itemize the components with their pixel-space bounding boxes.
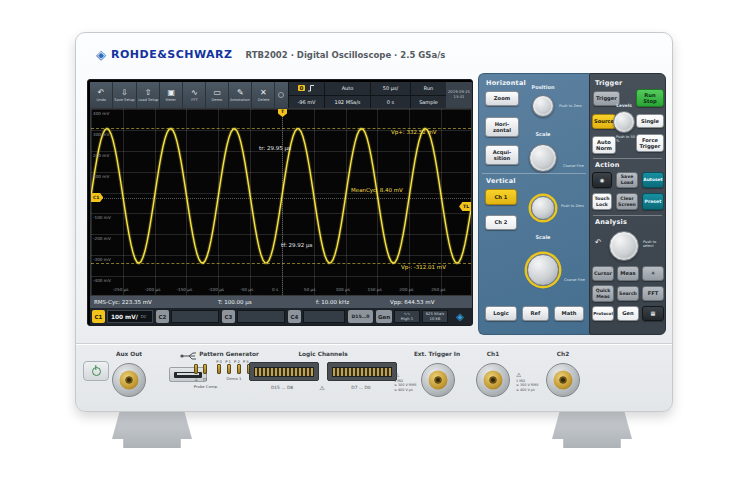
warning-triangle-icon-2: ⚠ bbox=[516, 371, 521, 378]
voltage-label: -100 mV bbox=[93, 216, 111, 220]
toolbar-items: ↶Undo⇩Save Setup⇧Load Setup▣Meter∿FFT▭De… bbox=[90, 82, 275, 108]
demo-label: Demo 1 bbox=[216, 377, 252, 382]
trigger-level-knob[interactable] bbox=[613, 111, 635, 133]
aux-out-connector bbox=[112, 363, 146, 397]
acquisition-button[interactable]: Acqui- sition bbox=[485, 145, 519, 165]
cursor-button[interactable]: Cursor bbox=[592, 266, 614, 281]
voltage-label: 200 mV bbox=[93, 154, 109, 158]
zoom-button[interactable]: Zoom bbox=[485, 91, 519, 106]
channel2-button[interactable]: Ch 2 bbox=[485, 215, 517, 230]
clear-screen-button[interactable]: Clear Screen bbox=[616, 193, 638, 210]
ext-trigger-warning: ⚠ 1 MΩ ≤ 300 V RMS ≤ 400 V pk bbox=[394, 366, 420, 397]
back-arrow-icon[interactable]: ↶ bbox=[595, 239, 602, 247]
generator-badge[interactable]: Gen bbox=[376, 310, 392, 323]
channel1-settings-cell[interactable]: 100 mV/ DC bbox=[107, 310, 153, 323]
horizontal-scale-knob[interactable] bbox=[529, 144, 557, 172]
delete-label: Delete bbox=[257, 98, 269, 102]
sample-rate-value: 192 MSa/s bbox=[325, 96, 370, 109]
generator-state: High 1 bbox=[401, 317, 413, 322]
run-stop-button[interactable]: Run Stop bbox=[636, 89, 664, 107]
warning-triangle-icon: ⚠ bbox=[394, 371, 399, 378]
channel4-settings-cell[interactable] bbox=[303, 310, 345, 323]
v-scale-hint: Coarse Fine bbox=[564, 278, 588, 282]
ch1-connector bbox=[476, 363, 510, 397]
trigger-source-badge[interactable]: 0 bbox=[298, 85, 306, 91]
math-button[interactable]: Math bbox=[554, 306, 584, 321]
vp-plus-annotation: Vp+: 332.52 mV bbox=[391, 130, 437, 136]
meter-toolbar-button[interactable]: ▣Meter bbox=[160, 82, 183, 108]
analysis-heading: Analysis bbox=[595, 218, 627, 226]
fft-button[interactable]: FFT bbox=[642, 286, 664, 301]
measurement-vpp: Vpp: 644.53 mV bbox=[390, 299, 434, 305]
vertical-position-knob[interactable] bbox=[531, 196, 555, 220]
horizontal-button[interactable]: Hori- zontal bbox=[485, 117, 519, 137]
single-button[interactable]: Single bbox=[636, 114, 664, 128]
rising-edge-icon bbox=[307, 84, 315, 92]
channel2-badge[interactable]: C2 bbox=[156, 310, 169, 323]
digital-pod-badge[interactable]: D15…0 bbox=[348, 310, 373, 323]
rs-screen-logo-icon: ◈ bbox=[450, 310, 470, 323]
force-trigger-button[interactable]: Force Trigger bbox=[636, 134, 664, 152]
load-setup-toolbar-button[interactable]: ⇧Load Setup bbox=[137, 82, 161, 108]
touch-lock-button[interactable]: Touch Lock bbox=[592, 193, 612, 210]
channel1-badge[interactable]: C1 bbox=[92, 310, 105, 323]
mean-cyc-annotation: MeanCyc: 8.40 mV bbox=[351, 188, 403, 194]
navigation-knob[interactable] bbox=[609, 231, 639, 261]
h-position-hint: Push to Zero bbox=[559, 104, 585, 108]
save-setup-toolbar-button[interactable]: ⇩Save Setup bbox=[113, 82, 137, 108]
undo-toolbar-button[interactable]: ↶Undo bbox=[90, 82, 113, 108]
delete-toolbar-button[interactable]: ✕Delete bbox=[252, 82, 275, 108]
display-intensity-button[interactable]: ☀ bbox=[642, 266, 664, 281]
channel3-badge[interactable]: C3 bbox=[222, 310, 235, 323]
protocol-button[interactable]: Protocol bbox=[592, 306, 614, 321]
menu-grip-icon[interactable] bbox=[275, 82, 287, 108]
action-separator bbox=[593, 158, 662, 159]
search-button[interactable]: Search bbox=[617, 286, 639, 301]
trigger-mode-value[interactable]: Auto bbox=[325, 82, 370, 96]
screenshot-stage: ◈ ROHDE&SCHWARZ RTB2002 · Digital Oscill… bbox=[0, 0, 748, 502]
voltage-label: 300 mV bbox=[93, 133, 109, 137]
vertical-scale-knob[interactable] bbox=[527, 254, 559, 286]
run-state-value[interactable]: Run bbox=[411, 82, 446, 96]
quick-meas-button[interactable]: Quick Meas bbox=[592, 285, 614, 302]
fft-toolbar-button[interactable]: ∿FFT bbox=[183, 82, 206, 108]
apps-button[interactable]: ▦ bbox=[642, 306, 664, 321]
acquisition-mode-value[interactable]: Sample bbox=[411, 96, 446, 109]
annotation-toolbar-button[interactable]: ✎Annotation bbox=[229, 82, 252, 108]
probe-comp-label: Probe Comp. bbox=[184, 385, 228, 390]
autoset-button[interactable]: Autoset bbox=[642, 172, 664, 188]
channel1-button[interactable]: Ch 1 bbox=[485, 189, 517, 205]
channel4-badge[interactable]: C4 bbox=[288, 310, 301, 323]
v-scale-label: Scale bbox=[525, 234, 561, 240]
vertical-separator bbox=[482, 173, 586, 174]
camera-icon: ◉ bbox=[600, 177, 605, 184]
trigger-action-analysis-panel: Trigger Trigger Run Stop Levels Source S… bbox=[589, 73, 666, 335]
save-load-button[interactable]: Save Load bbox=[616, 172, 638, 188]
ref-button[interactable]: Ref bbox=[522, 306, 549, 321]
left-foot bbox=[112, 410, 192, 448]
channel2-settings-cell[interactable] bbox=[171, 310, 219, 323]
demo-toolbar-button[interactable]: ▭Demo bbox=[206, 82, 229, 108]
measurement-frequency: f: 10.00 kHz bbox=[316, 299, 349, 305]
time-label: -100 µs bbox=[208, 288, 224, 292]
horizontal-position-knob[interactable] bbox=[532, 95, 554, 117]
channel3-settings-cell[interactable] bbox=[237, 310, 285, 323]
demo-icon: ▭ bbox=[213, 89, 221, 97]
horizontal-position-value[interactable]: 0 s bbox=[371, 96, 410, 109]
screenshot-button[interactable]: ◉ bbox=[592, 172, 612, 188]
generator-state-cell[interactable]: ∿∿ High 1 bbox=[394, 310, 420, 323]
ch1-label: Ch1 bbox=[463, 351, 523, 357]
logic-button[interactable]: Logic bbox=[485, 306, 517, 321]
measurement-period: T: 100.00 µs bbox=[218, 299, 252, 305]
meas-button[interactable]: Meas bbox=[617, 266, 639, 281]
front-panel-divider bbox=[76, 343, 672, 344]
timebase-value[interactable]: 50 µs/ bbox=[371, 82, 410, 96]
h-scale-label: Scale bbox=[525, 131, 561, 137]
trigger-level-value[interactable]: -96 mV bbox=[289, 96, 324, 109]
auto-norm-button[interactable]: Auto Norm bbox=[592, 136, 616, 154]
aux-out-label: Aux Out bbox=[104, 351, 154, 357]
gen-button[interactable]: Gen bbox=[617, 306, 639, 321]
h-scale-hint: Coarse Fine bbox=[563, 164, 587, 168]
power-button[interactable] bbox=[83, 361, 109, 381]
preset-button[interactable]: Preset bbox=[642, 193, 664, 210]
